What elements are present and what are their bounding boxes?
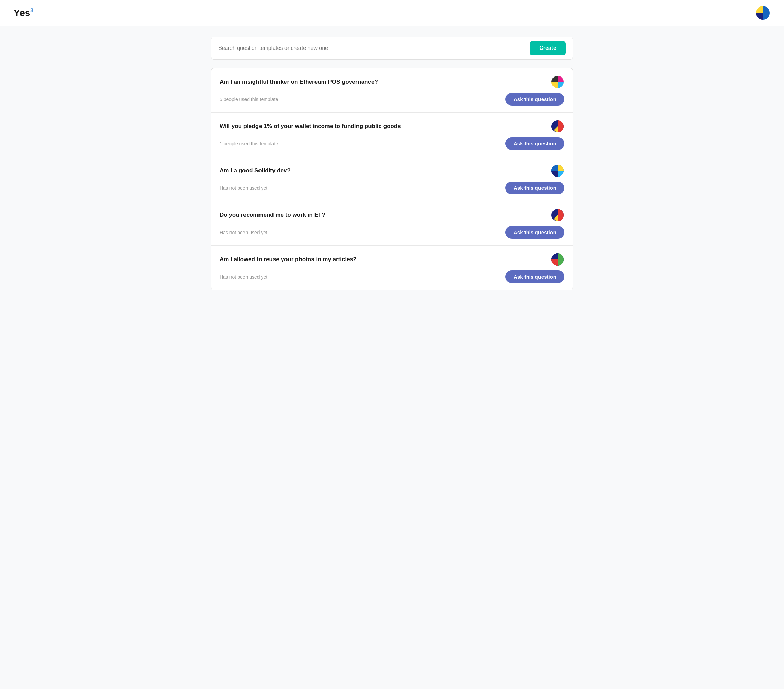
list-item: Am I allowed to reuse your photos in my … (211, 246, 573, 290)
question-title: Will you pledge 1% of your wallet income… (219, 123, 401, 130)
question-header: Will you pledge 1% of your wallet income… (219, 120, 565, 133)
list-item: Am I an insightful thinker on Ethereum P… (211, 68, 573, 113)
search-input[interactable] (218, 45, 524, 51)
list-item: Will you pledge 1% of your wallet income… (211, 113, 573, 157)
logo-superscript: 3 (30, 8, 33, 14)
question-meta: Has not been used yet (219, 230, 267, 235)
main-content: Create Am I an insightful thinker on Eth… (204, 26, 580, 301)
question-footer: Has not been used yet Ask this question (219, 270, 565, 283)
question-meta: 1 people used this template (219, 141, 278, 146)
question-header: Am I a good Solidity dev? (219, 164, 565, 178)
list-item: Am I a good Solidity dev? Has not been u… (211, 157, 573, 201)
logo-text: Yes (14, 8, 30, 18)
header: Yes3 (0, 0, 784, 26)
ask-question-button[interactable]: Ask this question (506, 226, 565, 238)
question-title: Do you recommend me to work in EF? (219, 212, 325, 219)
logo: Yes3 (14, 8, 33, 18)
question-list: Am I an insightful thinker on Ethereum P… (211, 68, 573, 290)
question-title: Am I a good Solidity dev? (219, 167, 291, 174)
question-icon (551, 208, 565, 222)
list-item: Do you recommend me to work in EF? Has n… (211, 201, 573, 246)
search-bar: Create (211, 36, 573, 60)
question-header: Am I an insightful thinker on Ethereum P… (219, 75, 565, 89)
question-title: Am I an insightful thinker on Ethereum P… (219, 79, 378, 86)
user-avatar[interactable] (755, 5, 770, 20)
question-meta: Has not been used yet (219, 186, 267, 191)
question-icon (551, 120, 565, 133)
question-meta: Has not been used yet (219, 274, 267, 280)
ask-question-button[interactable]: Ask this question (506, 182, 565, 194)
question-footer: 5 people used this template Ask this que… (219, 93, 565, 105)
question-footer: 1 people used this template Ask this que… (219, 137, 565, 150)
create-button[interactable]: Create (530, 41, 566, 55)
question-icon (551, 164, 565, 178)
question-header: Am I allowed to reuse your photos in my … (219, 253, 565, 266)
question-icon (551, 75, 565, 89)
ask-question-button[interactable]: Ask this question (506, 270, 565, 283)
question-header: Do you recommend me to work in EF? (219, 208, 565, 222)
ask-question-button[interactable]: Ask this question (506, 137, 565, 150)
question-meta: 5 people used this template (219, 97, 278, 102)
ask-question-button[interactable]: Ask this question (506, 93, 565, 105)
question-footer: Has not been used yet Ask this question (219, 182, 565, 194)
question-footer: Has not been used yet Ask this question (219, 226, 565, 238)
question-title: Am I allowed to reuse your photos in my … (219, 256, 356, 263)
question-icon (551, 253, 565, 266)
